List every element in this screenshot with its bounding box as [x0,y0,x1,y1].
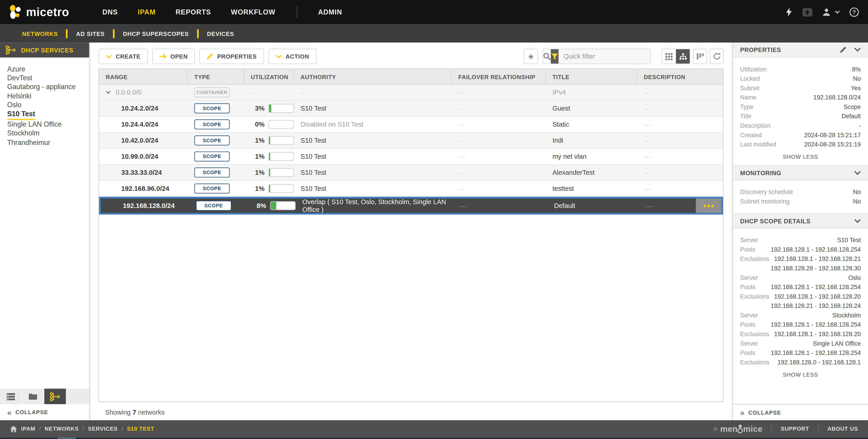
properties-button[interactable]: PROPERTIES [199,48,264,64]
type-cell: SCOPE [188,101,244,116]
favorite-button[interactable]: ★ [524,48,538,64]
support-link[interactable]: SUPPORT [781,426,809,432]
brand-logo[interactable]: micetro [9,5,69,20]
property-value: Scope [753,103,861,110]
table-row[interactable]: 10.24.4.0/24SCOPE0%Disabled on S10 Test-… [99,116,723,133]
row-actions-button more-ellipsis-icon[interactable] [696,199,721,213]
refresh-button[interactable] [710,48,723,64]
nav-item-admin[interactable]: ADMIN [318,8,342,16]
column-header-range[interactable]: RANGE [99,69,188,84]
utilization-cell: 8% [246,199,296,213]
table-row[interactable]: 10.42.0.0/24SCOPE1%S10 Test---Indi--- [99,133,723,149]
sidebar-collapse-button[interactable]: « COLLAPSE [0,404,89,420]
action-button[interactable]: ACTION [269,48,316,64]
menandmice-logo[interactable]: men mice [720,424,763,434]
pencil-icon[interactable] [840,46,846,53]
panel-collapse-button[interactable]: » COLLAPSE [733,404,868,420]
properties-show-less[interactable]: SHOW LESS [733,149,868,165]
sidebar-item-devtest[interactable]: DevTest [7,74,32,83]
grid-view-button[interactable] [662,49,676,64]
failover-cell: --- [453,199,548,213]
refresh-icon [713,53,720,60]
list-view-tab[interactable] [0,389,22,404]
property-label: Server [740,236,758,243]
folder-view-tab[interactable] [22,389,44,404]
nav-item-ipam[interactable]: IPAM [138,8,156,16]
quick-filter-input[interactable] [559,49,651,64]
table-row[interactable]: 10.99.0.0/24SCOPE1%S10 Test---my net vla… [99,149,723,165]
sidebar-item-oslo[interactable]: Oslo [7,101,22,110]
property-value: No [789,198,861,204]
breadcrumb-item-networks[interactable]: NETWORKS [44,426,79,432]
create-button[interactable]: CREATE [98,48,148,64]
chevron-down-icon[interactable] [106,91,111,94]
about-us-link[interactable]: ABOUT US [827,426,858,432]
utilization-bar [269,184,294,193]
kanban-view-button[interactable] [693,48,707,64]
table-row[interactable]: 33.33.33.0/24SCOPE1%S10 Test---Alexander… [99,165,723,181]
sidebar-item-gautaborg-appliance[interactable]: Gautaborg - appliance [7,82,76,92]
property-value: No [793,188,861,195]
table-row[interactable]: 10.24.2.0/24SCOPE3%S10 Test---Guest--- [99,101,723,116]
utilization-bar [269,168,294,177]
column-header-auth[interactable]: AUTHORITY [294,69,452,84]
property-value: Stockholm [758,311,861,318]
sidebar-item-s10-test[interactable]: S10 Test [7,109,35,120]
breadcrumb-item-ipam[interactable]: IPAM [21,426,35,432]
column-header-fail[interactable]: FAILOVER RELATIONSHIP [452,69,546,84]
export-button[interactable] [802,6,813,18]
breadcrumb-item-s10-test[interactable]: S10 TEST [127,426,154,432]
dhcp-view-tab[interactable] [44,389,66,404]
utilization-percent: 0% [251,121,265,128]
column-header-title[interactable]: TITLE [546,69,638,84]
table-row-container[interactable]: 0.0.0.0/0CONTAINER---------IPv4--- [99,85,723,101]
nav-item-reports[interactable]: REPORTS [176,8,211,16]
user-menu[interactable] [823,8,840,16]
table-row[interactable]: 192.168.96.0/24SCOPE1%S10 Test---testtes… [99,181,723,197]
scope-badge: SCOPE [194,103,230,113]
authority-cell: S10 Test [294,181,452,196]
open-button[interactable]: OPEN [152,48,195,64]
sidebar-item-azure[interactable]: Azure [7,65,25,74]
chevron-down-icon[interactable] [854,47,861,52]
tab-networks[interactable]: NETWORKS [22,30,58,37]
nav-item-dns[interactable]: DNS [102,8,118,16]
details-show-less[interactable]: SHOW LESS [733,367,868,383]
dhcp-scope-details-rows: ServerS10 TestPools192.168.128.1 - 192.1… [733,228,868,366]
folder-icon [29,393,37,400]
tree-view-button[interactable] [676,49,690,64]
sidebar-item-stockholm[interactable]: Stockholm [7,129,40,138]
footer-right: © men mice SUPPORT ABOUT US [714,424,858,434]
utilization-bar-fill [269,104,271,112]
properties-title: PROPERTIES [740,46,781,53]
scrollbar-thumb[interactable] [58,437,76,439]
help-button[interactable]: ? [849,7,859,17]
utilization-cell: 3% [244,101,294,116]
tab-dhcp-superscopes[interactable]: DHCP SUPERSCOPES [123,30,189,37]
column-header-desc[interactable]: DESCRIPTION [637,69,723,84]
chevron-down-icon[interactable] [854,218,861,223]
dhcp-services-icon [5,45,16,55]
sidebar-header: DHCP SERVICES [0,42,89,58]
subnav-separator [113,29,115,38]
breadcrumb-item-services[interactable]: SERVICES [88,426,118,432]
tab-devices[interactable]: DEVICES [207,30,234,37]
chevron-down-icon[interactable] [854,171,861,175]
dhcp-scope-details-header: DHCP SCOPE DETAILS [733,213,868,228]
failover-cell: --- [452,101,546,116]
filter-funnel-icon [551,53,559,60]
filter-toggle-button[interactable] [551,49,559,64]
horizontal-scrollbar[interactable] [0,437,868,439]
sidebar-item-helsinki[interactable]: Helsinki [7,92,31,101]
tab-ad-sites[interactable]: AD SITES [76,30,104,37]
table-row[interactable]: 192.168.128.0/24SCOPE8%Overlap ( S10 Tes… [99,197,723,214]
home-icon[interactable] [10,426,17,432]
nav-item-workflow[interactable]: WORKFLOW [231,8,275,16]
sidebar-item-single-lan-office[interactable]: Single LAN Office [7,120,62,129]
quick-command-button[interactable] [786,8,792,16]
property-label: Exclusions [740,255,769,262]
sidebar-item-thrandheimur[interactable]: Thrandheimur [7,138,50,147]
range-cell: 192.168.96.0/24 [99,181,188,196]
column-header-type[interactable]: TYPE [188,69,244,84]
column-header-util[interactable]: UTILIZATION [244,69,294,84]
